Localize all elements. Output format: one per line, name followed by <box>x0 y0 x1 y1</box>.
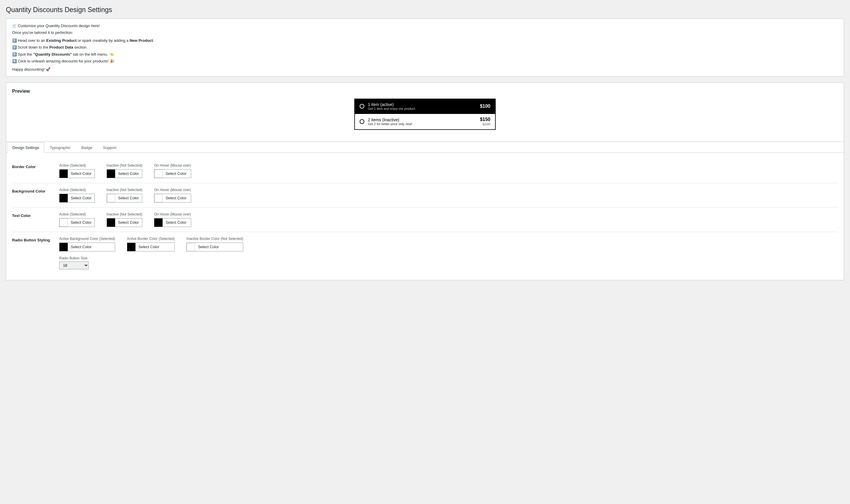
preview-item-active: 1 item (active) Get 1 item and enjoy our… <box>354 98 496 114</box>
radio-border-inactive-option: Inactive Border Color (Not Selected) Sel… <box>187 237 243 251</box>
text-hover-option: On Hover (Mouse over) Select Color <box>154 212 191 227</box>
text-hover-btn-label: Select Color <box>163 220 189 224</box>
radio-circle-active <box>360 104 364 109</box>
preview-active-subtitle: Get 1 item and enjoy our product <box>368 107 415 110</box>
border-hover-btn-label: Select Color <box>163 171 189 176</box>
bg-hover-option: On Hover (Mouse over) Select Color <box>154 188 191 202</box>
bg-inactive-btn[interactable]: Select Color <box>107 194 142 202</box>
preview-inactive-subtitle: Get 2 for better price only now! <box>368 122 412 126</box>
text-hover-btn[interactable]: Select Color <box>154 218 191 227</box>
text-inactive-btn-label: Select Color <box>115 220 142 224</box>
preview-inactive-price-old: $200 <box>480 122 490 126</box>
radio-border-active-label: Active Border Color (Selected) <box>127 237 175 241</box>
page-wrapper: Quantity Discounts Design Settings 🛒 Cus… <box>0 0 850 504</box>
radio-size-label: Radio Button Size <box>59 256 838 260</box>
text-active-btn[interactable]: Select Color <box>59 218 95 227</box>
bg-active-btn[interactable]: Select Color <box>59 194 95 202</box>
intro-once: Once you've tailored it to perfection: <box>12 30 838 35</box>
border-hover-swatch <box>154 169 163 178</box>
radio-border-active-btn[interactable]: Select Color <box>127 242 175 251</box>
border-hover-btn[interactable]: Select Color <box>154 169 191 178</box>
intro-happy: Happy discounting! 🚀 <box>12 67 838 72</box>
step-3: 3️⃣ Spot the "Quantity Discounts" tab on… <box>12 51 838 58</box>
radio-bg-active-swatch <box>59 243 68 251</box>
page-title: Quantity Discounts Design Settings <box>6 6 844 14</box>
bg-active-swatch <box>59 194 68 202</box>
text-hover-label: On Hover (Mouse over) <box>154 212 191 216</box>
radio-circle-inactive <box>360 119 364 124</box>
border-hover-label: On Hover (Mouse over) <box>154 163 191 167</box>
tab-content-design: Border Color Active (Selected) Select Co… <box>6 153 844 280</box>
bg-color-options: Active (Selected) Select Color Inactive … <box>59 188 838 202</box>
radio-border-active-option: Active Border Color (Selected) Select Co… <box>127 237 175 251</box>
border-inactive-btn[interactable]: Select Color <box>107 169 142 178</box>
radio-bg-active-btn-label: Select Color <box>68 245 94 249</box>
radio-size-select[interactable]: 16 18 20 <box>59 262 89 269</box>
row-text-color: Text Color Active (Selected) Select Colo… <box>12 208 838 232</box>
tabs-nav: Design Settings Typographic Badge Suppor… <box>6 142 844 153</box>
radio-styling-content: Active Background Color (Selected) Selec… <box>59 237 838 269</box>
tab-support[interactable]: Support <box>98 142 121 153</box>
border-active-btn[interactable]: Select Color <box>59 169 95 178</box>
radio-bg-active-btn[interactable]: Select Color <box>59 242 115 251</box>
bg-inactive-option: Inactive (Not Selected) Select Color <box>107 188 142 202</box>
radio-color-options: Active Background Color (Selected) Selec… <box>59 237 838 251</box>
step-1: 1️⃣ Head over to an Existing Product or … <box>12 37 838 44</box>
border-active-btn-label: Select Color <box>68 171 94 176</box>
row-border-color: Border Color Active (Selected) Select Co… <box>12 159 838 183</box>
bg-inactive-btn-label: Select Color <box>115 196 142 200</box>
preview-active-price-main: $100 <box>480 104 490 109</box>
text-inactive-option: Inactive (Not Selected) Select Color <box>107 212 142 227</box>
border-active-option: Active (Selected) Select Color <box>59 163 95 178</box>
intro-steps: 1️⃣ Head over to an Existing Product or … <box>12 37 838 65</box>
border-active-swatch <box>59 169 68 178</box>
bg-hover-btn[interactable]: Select Color <box>154 194 191 202</box>
bg-active-label: Active (Selected) <box>59 188 95 192</box>
preview-inactive-label: 2 items (Inactive) <box>368 118 412 122</box>
tab-typographic[interactable]: Typographic <box>45 142 76 153</box>
bg-active-btn-label: Select Color <box>68 196 94 200</box>
radio-border-active-swatch <box>127 243 136 251</box>
step-4: 4️⃣ Click to unleash amazing discounts f… <box>12 58 838 65</box>
tab-badge[interactable]: Badge <box>76 142 98 153</box>
intro-emoji: 🛒 Customize your Quantity Discounts desi… <box>12 23 838 28</box>
bg-inactive-swatch <box>107 194 115 202</box>
preview-inactive-price: $150 $200 <box>480 117 490 126</box>
text-active-btn-label: Select Color <box>68 220 94 224</box>
tabs-section: Design Settings Typographic Badge Suppor… <box>6 142 844 280</box>
radio-border-inactive-swatch <box>187 243 195 251</box>
preview-active-price: $100 <box>480 104 490 109</box>
radio-border-inactive-label: Inactive Border Color (Not Selected) <box>187 237 243 241</box>
bg-hover-btn-label: Select Color <box>163 196 189 200</box>
row-radio-button-styling: Radio Button Styling Active Background C… <box>12 232 838 274</box>
preview-inactive-price-main: $150 <box>480 117 490 122</box>
tab-design-settings[interactable]: Design Settings <box>7 142 44 153</box>
text-color-options: Active (Selected) Select Color Inactive … <box>59 212 838 227</box>
text-inactive-label: Inactive (Not Selected) <box>107 212 142 216</box>
preview-title: Preview <box>12 89 838 94</box>
bg-hover-swatch <box>154 194 163 202</box>
radio-border-inactive-btn[interactable]: Select Color <box>187 242 243 251</box>
text-inactive-btn[interactable]: Select Color <box>107 218 142 227</box>
bg-hover-label: On Hover (Mouse over) <box>154 188 191 192</box>
border-color-options: Active (Selected) Select Color Inactive … <box>59 163 838 178</box>
border-hover-option: On Hover (Mouse over) Select Color <box>154 163 191 178</box>
preview-active-label: 1 item (active) <box>368 102 415 107</box>
radio-bg-active-option: Active Background Color (Selected) Selec… <box>59 237 115 251</box>
radio-border-inactive-btn-label: Select Color <box>195 245 222 249</box>
text-hover-swatch <box>154 218 163 227</box>
border-inactive-swatch <box>107 169 115 178</box>
label-border-color: Border Color <box>12 163 59 169</box>
radio-border-active-btn-label: Select Color <box>136 245 162 249</box>
border-inactive-btn-label: Select Color <box>115 171 142 176</box>
radio-bg-active-label: Active Background Color (Selected) <box>59 237 115 241</box>
preview-section: Preview 1 item (active) Get 1 item and e… <box>6 83 844 142</box>
border-inactive-label: Inactive (Not Selected) <box>107 163 142 167</box>
label-text-color: Text Color <box>12 212 59 218</box>
preview-item-inactive-text: 2 items (Inactive) Get 2 for better pric… <box>368 118 412 126</box>
intro-section: 🛒 Customize your Quantity Discounts desi… <box>6 19 844 76</box>
text-active-swatch <box>59 218 68 227</box>
preview-item-active-text: 1 item (active) Get 1 item and enjoy our… <box>368 102 415 110</box>
preview-item-inactive: 2 items (Inactive) Get 2 for better pric… <box>354 114 496 130</box>
step-2: 2️⃣ Scroll down to the Product Data sect… <box>12 44 838 51</box>
